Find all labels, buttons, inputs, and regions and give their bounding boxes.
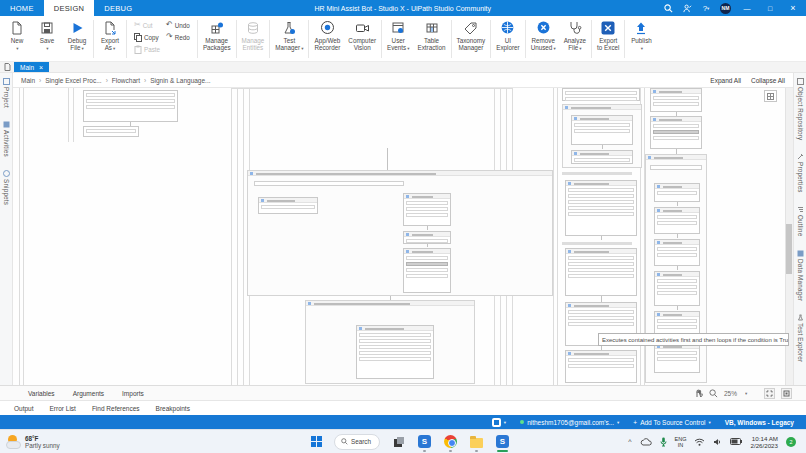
tab-output[interactable]: Output: [14, 405, 34, 412]
start-button[interactable]: [311, 436, 323, 448]
tab-find-references[interactable]: Find References: [92, 405, 140, 412]
activity-node[interactable]: [654, 207, 700, 234]
new-button[interactable]: New▾: [2, 17, 32, 61]
manage-packages-button[interactable]: ManagePackages▾: [199, 17, 235, 61]
tab-properties[interactable]: Properties: [797, 153, 804, 193]
scrollbar-thumb[interactable]: [786, 224, 792, 274]
computer-vision-button[interactable]: ComputerVision▾: [344, 17, 380, 61]
battery-icon[interactable]: [730, 438, 742, 445]
sidebar-item-activities[interactable]: Activities: [3, 121, 10, 157]
tab-arguments[interactable]: Arguments: [73, 390, 104, 397]
activity-node[interactable]: [562, 88, 640, 101]
activity-node[interactable]: [571, 150, 633, 164]
help-icon[interactable]: ?▾: [701, 3, 711, 13]
activity-node[interactable]: [403, 248, 451, 293]
tab-data-manager[interactable]: Data Manager: [797, 250, 804, 301]
sequence-container-node[interactable]: [305, 300, 475, 384]
weather-widget[interactable]: 68°FPartly sunny: [6, 434, 256, 449]
chrome-taskbar-icon[interactable]: [443, 434, 458, 449]
zoom-level-select[interactable]: 25%▾: [724, 390, 758, 397]
close-tab-icon[interactable]: ×: [39, 64, 43, 71]
feedback-icon[interactable]: [682, 3, 692, 13]
activity-node[interactable]: [571, 115, 633, 145]
workflow-canvas[interactable]: Executes contained activities first and …: [13, 88, 793, 385]
tab-imports[interactable]: Imports: [122, 390, 144, 397]
language-indicator[interactable]: ENGIN: [675, 436, 687, 448]
uipath-studio-active-taskbar-icon[interactable]: S: [495, 434, 510, 449]
uipath-studio-taskbar-icon[interactable]: S: [417, 434, 432, 449]
copy-button[interactable]: Copy: [134, 32, 160, 42]
condition-field[interactable]: [254, 181, 404, 186]
account-menu[interactable]: nitheshm1705@gmail.com's...▾: [520, 419, 619, 426]
activity-node[interactable]: [654, 271, 700, 306]
microphone-icon[interactable]: [660, 437, 667, 447]
cut-button[interactable]: ✂Cut: [134, 20, 160, 30]
task-view-button[interactable]: [391, 434, 406, 449]
activity-node[interactable]: [650, 116, 702, 149]
user-events-button[interactable]: UserEvents▾: [383, 17, 414, 61]
activity-node[interactable]: [258, 197, 318, 214]
undo-button[interactable]: ↶Undo: [166, 20, 190, 30]
activity-node[interactable]: [565, 248, 637, 296]
table-extraction-button[interactable]: TableExtraction▾: [414, 17, 450, 61]
minimize-button[interactable]: —: [740, 5, 754, 12]
ribbon-tab-debug[interactable]: DEBUG: [94, 0, 142, 16]
search-icon[interactable]: [663, 3, 673, 13]
maximize-button[interactable]: □: [763, 5, 777, 12]
if-container-node[interactable]: [645, 154, 707, 383]
tab-variables[interactable]: Variables: [28, 390, 55, 397]
remove-unused-button[interactable]: RemoveUnused▾: [527, 17, 560, 61]
add-to-source-control-button[interactable]: +Add To Source Control▾: [633, 419, 710, 426]
clock[interactable]: 10:14 AM2/26/2023: [750, 435, 778, 449]
tab-test-explorer[interactable]: Test Explorer: [797, 314, 804, 362]
taskbar-search[interactable]: Search: [334, 434, 380, 450]
publish-button[interactable]: Publish▾: [626, 17, 656, 61]
ribbon-tab-design[interactable]: DESIGN: [44, 0, 95, 16]
app-web-recorder-button[interactable]: App/WebRecorder▾: [310, 17, 344, 61]
breadcrumb-signin-language[interactable]: Signin & Language...: [150, 77, 210, 84]
export-as-button[interactable]: ExportAs▾: [95, 17, 125, 61]
test-manager-button[interactable]: TestManager▾: [271, 17, 307, 61]
canvas-overview-button[interactable]: [764, 90, 777, 102]
activity-node[interactable]: [565, 350, 637, 383]
tab-outline[interactable]: Outline: [797, 206, 804, 236]
if-container-node[interactable]: [247, 170, 553, 296]
taxonomy-manager-button[interactable]: TaxonomyManager▾: [453, 17, 490, 61]
fit-to-screen-icon[interactable]: [764, 388, 775, 399]
export-to-excel-button[interactable]: Exportto Excel▾: [593, 17, 623, 61]
tab-object-repository[interactable]: Object Repository: [797, 78, 804, 140]
compatibility-label[interactable]: VB, Windows - Legacy: [725, 419, 794, 426]
debug-file-button[interactable]: DebugFile▾: [62, 17, 92, 61]
breadcrumb-main[interactable]: Main: [21, 77, 41, 84]
tab-main[interactable]: Main ×: [14, 62, 49, 72]
zoom-reset-icon[interactable]: [781, 388, 792, 399]
ribbon-tab-home[interactable]: HOME: [0, 0, 44, 16]
sidebar-item-project[interactable]: Project: [3, 78, 10, 108]
activity-node[interactable]: [83, 90, 178, 122]
activity-node[interactable]: [403, 193, 451, 226]
sidebar-item-snippets[interactable]: Snippets: [3, 170, 10, 205]
close-button[interactable]: ×: [786, 3, 800, 13]
condition-field[interactable]: [650, 165, 702, 170]
file-explorer-taskbar-icon[interactable]: [469, 434, 484, 449]
onedrive-icon[interactable]: [640, 438, 652, 446]
hidden-icons-chevron[interactable]: ^: [628, 438, 631, 445]
activity-node[interactable]: [403, 231, 451, 244]
activity-node[interactable]: [654, 183, 700, 202]
redo-button[interactable]: ↷Redo: [166, 32, 190, 42]
assistant-menu[interactable]: ▾: [492, 418, 506, 427]
volume-icon[interactable]: [713, 438, 722, 446]
expand-all-button[interactable]: Expand All: [710, 77, 741, 84]
activity-node[interactable]: [356, 325, 434, 379]
wifi-icon[interactable]: [694, 438, 705, 446]
breadcrumb-single-excel[interactable]: Single Excel Proc...: [45, 77, 108, 84]
breadcrumb-flowchart[interactable]: Flowchart: [112, 77, 146, 84]
activity-node[interactable]: [654, 343, 700, 373]
collapse-all-button[interactable]: Collapse All: [751, 77, 785, 84]
avatar[interactable]: NM: [720, 3, 731, 14]
zoom-magnifier-icon[interactable]: [709, 389, 718, 398]
save-button[interactable]: Save▾: [32, 17, 62, 61]
ui-explorer-button[interactable]: UIExplorer▾: [492, 17, 523, 61]
activity-node[interactable]: [650, 88, 702, 112]
tab-error-list[interactable]: Error List: [50, 405, 76, 412]
